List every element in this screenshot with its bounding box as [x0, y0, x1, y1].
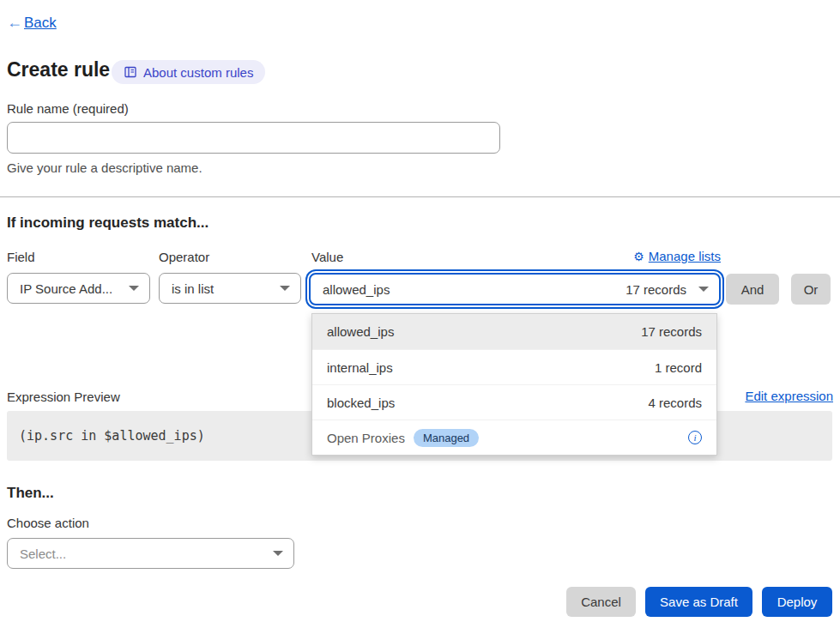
gear-icon: ⚙ — [633, 250, 644, 263]
operator-label: Operator — [159, 250, 209, 264]
value-dropdown-panel: allowed_ips 17 records internal_ips 1 re… — [311, 313, 717, 456]
cancel-button[interactable]: Cancel — [566, 587, 636, 617]
back-label: Back — [24, 15, 57, 32]
create-rule-page: ← Back Create rule About custom rules Ru… — [0, 0, 840, 634]
about-custom-rules-label: About custom rules — [143, 65, 253, 80]
rule-name-label: Rule name (required) — [7, 101, 129, 116]
book-icon — [124, 65, 137, 79]
operator-select[interactable]: is in list — [159, 273, 301, 304]
option-name: internal_ips — [327, 360, 393, 375]
match-section-heading: If incoming requests match... — [7, 214, 208, 232]
option-record-count: 4 records — [648, 395, 702, 410]
chevron-down-icon — [129, 286, 139, 291]
expression-code: (ip.src in $allowed_ips) — [19, 428, 205, 444]
deploy-button[interactable]: Deploy — [762, 587, 832, 617]
field-label: Field — [7, 250, 35, 264]
or-button[interactable]: Or — [791, 274, 831, 305]
value-select-value: allowed_ips — [323, 282, 390, 297]
about-custom-rules-link[interactable]: About custom rules — [112, 60, 265, 84]
field-select-value: IP Source Add... — [20, 281, 112, 296]
page-title: Create rule — [7, 58, 110, 82]
choose-action-label: Choose action — [7, 516, 89, 530]
field-select[interactable]: IP Source Add... — [7, 273, 150, 304]
section-divider — [0, 196, 840, 197]
chevron-down-icon — [280, 286, 290, 291]
option-record-count: 17 records — [641, 324, 702, 339]
option-record-count: 1 record — [655, 360, 702, 375]
expression-preview-label: Expression Preview — [7, 389, 120, 404]
option-name: allowed_ips — [327, 324, 394, 339]
back-link[interactable]: ← Back — [7, 14, 57, 32]
value-select-records: 17 records — [625, 282, 686, 297]
back-arrow-icon: ← — [7, 14, 22, 32]
option-name: Open Proxies — [327, 431, 405, 445]
then-section-heading: Then... — [7, 485, 54, 502]
chevron-down-icon — [698, 287, 709, 292]
manage-lists-label: Manage lists — [649, 249, 721, 263]
save-as-draft-button[interactable]: Save as Draft — [645, 587, 752, 617]
manage-lists-link[interactable]: ⚙ Manage lists — [633, 249, 721, 263]
dropdown-option-allowed-ips[interactable]: allowed_ips 17 records — [312, 314, 716, 349]
operator-select-value: is in list — [172, 281, 214, 296]
value-label: Value — [311, 250, 343, 264]
edit-expression-link[interactable]: Edit expression — [745, 389, 833, 403]
rule-name-helper-text: Give your rule a descriptive name. — [7, 160, 202, 175]
rule-name-input[interactable] — [7, 122, 500, 154]
and-button[interactable]: And — [726, 274, 779, 305]
dropdown-option-blocked-ips[interactable]: blocked_ips 4 records — [312, 384, 716, 420]
info-icon[interactable]: i — [688, 431, 702, 444]
action-select[interactable]: Select... — [7, 538, 294, 569]
action-select-placeholder: Select... — [20, 546, 66, 561]
option-name: blocked_ips — [327, 395, 395, 410]
chevron-down-icon — [273, 551, 283, 556]
managed-badge: Managed — [414, 429, 479, 447]
dropdown-option-internal-ips[interactable]: internal_ips 1 record — [312, 349, 716, 384]
dropdown-option-open-proxies[interactable]: Open Proxies Managed i — [312, 420, 716, 455]
value-select[interactable]: allowed_ips 17 records — [309, 273, 721, 305]
